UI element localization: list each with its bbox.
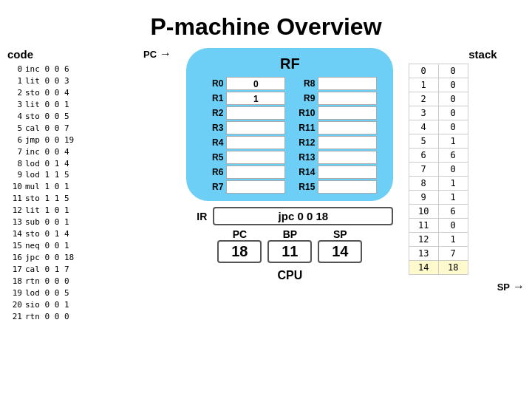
code-row: 3lit 0 0 1 [7,99,136,111]
rf-reg-cell [318,136,377,149]
rf-reg-label: R13 [288,152,315,163]
code-row: 14sto 0 1 4 [7,228,136,240]
rf-reg-cell [318,180,377,194]
pc-reg-label: PC [233,228,247,240]
code-row: 21rtn 0 0 0 [7,311,136,323]
stack-row: 91 [409,191,468,205]
code-row: 5cal 0 0 7 [7,123,136,134]
rf-reg-cell [318,106,377,120]
rf-reg-label: R11 [288,123,315,133]
rf-reg-label: R8 [288,78,315,89]
stack-panel-title: stack [409,48,497,61]
code-row: 9lod 1 1 5 [7,169,136,181]
rf-box: RF R00R8R11R9R2R10R3R11R4R12R5R13R6R14R7… [186,48,393,201]
code-row: 18rtn 0 0 0 [7,276,136,287]
rf-reg-cell [226,106,285,120]
pc-label: PC [143,50,157,59]
code-row: 2sto 0 0 4 [7,87,136,99]
rf-reg-label: R5 [197,152,223,163]
rf-reg-cell [226,180,285,194]
rf-reg-cell [226,121,285,134]
code-row: 1lit 0 0 3 [7,75,136,87]
code-row: 0inc 0 0 6 [7,64,136,75]
code-row: 12lit 1 0 1 [7,205,136,216]
stack-row: 66 [409,149,468,163]
code-row: 8lod 0 1 4 [7,158,136,170]
pc-arrow-icon: → [160,48,171,60]
rf-reg-label: R7 [197,182,223,192]
sp-reg-value: 14 [318,240,362,263]
rf-reg-cell: 0 [226,77,285,90]
stack-table: 001020304051667081911061101211371418 [409,64,468,275]
code-row: 17cal 0 1 7 [7,264,136,276]
stack-row: 70 [409,163,468,177]
code-row: 19lod 0 0 5 [7,287,136,299]
stack-row: 40 [409,120,468,134]
stack-row: 00 [409,64,468,78]
code-row: 4sto 0 0 5 [7,111,136,123]
code-row: 13sub 0 0 1 [7,216,136,228]
stack-row: 1418 [409,261,468,275]
rf-reg-label: R15 [288,182,315,192]
code-row: 15neq 0 0 1 [7,240,136,252]
code-row: 6jmp 0 0 19 [7,134,136,146]
stack-row: 121 [409,233,468,247]
sp-arrow-icon: → [513,280,525,293]
rf-reg-cell [318,92,377,105]
rf-reg-cell [318,77,377,90]
stack-row: 30 [409,106,468,120]
cpu-label: CPU [277,269,302,282]
rf-reg-cell [318,166,377,179]
rf-reg-cell [318,151,377,164]
stack-row: 81 [409,177,468,191]
stack-row: 106 [409,205,468,219]
rf-reg-label: R2 [197,108,223,118]
rf-reg-cell [226,151,285,164]
code-table: 0inc 0 0 61lit 0 0 32sto 0 0 43lit 0 0 1… [7,64,136,323]
code-row: 10mul 1 0 1 [7,181,136,193]
rf-reg-cell [226,166,285,179]
rf-reg-label: R1 [197,93,223,103]
bp-reg-value: 11 [267,240,312,263]
rf-reg-label: R14 [288,167,315,177]
rf-reg-label: R3 [197,123,223,133]
stack-row: 10 [409,78,468,92]
code-panel-title: code [7,48,136,61]
ir-label: IR [186,211,207,222]
rf-reg-label: R4 [197,137,223,148]
ir-value: jpc 0 0 18 [213,207,393,225]
stack-row: 51 [409,134,468,149]
code-row: 16jpc 0 0 18 [7,252,136,264]
bp-reg-label: BP [283,228,297,240]
rf-reg-label: R12 [288,137,315,148]
stack-row: 20 [409,92,468,106]
rf-reg-cell [226,136,285,149]
rf-reg-cell: 1 [226,92,285,105]
rf-reg-label: R0 [197,78,223,89]
sp-reg-label: SP [333,228,347,240]
rf-reg-label: R9 [288,93,315,103]
sp-label: SP [497,282,510,293]
code-row: 20sio 0 0 1 [7,299,136,311]
rf-reg-label: R6 [197,167,223,177]
page-title: P-machine Overview [0,0,532,48]
rf-reg-label: R10 [288,108,315,118]
pc-reg-value: 18 [217,240,262,263]
stack-row: 137 [409,247,468,261]
stack-row: 110 [409,219,468,233]
code-row: 11sto 1 1 5 [7,193,136,205]
rf-reg-cell [318,121,377,134]
rf-title: RF [197,55,383,72]
code-row: 7inc 0 0 4 [7,146,136,158]
